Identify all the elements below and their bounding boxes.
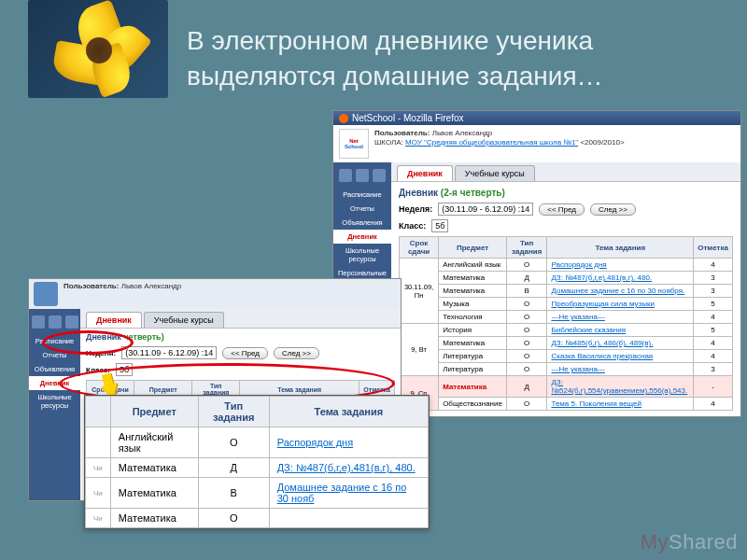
sec-sidebar-announcements[interactable]: Объявления: [29, 362, 80, 376]
table-row: ЛитератураО---Не указана---3: [400, 363, 733, 376]
diary-table: Срок сдачи Предмет Тип задания Тема зада…: [399, 236, 733, 411]
class-label: Класс:: [399, 221, 426, 231]
sidebar-item-schedule[interactable]: Расписание: [333, 188, 391, 202]
sec-prev-button[interactable]: << Пред: [222, 347, 268, 359]
sb-icon-1[interactable]: [339, 169, 352, 182]
topic-link[interactable]: Библейские сказания: [551, 326, 626, 334]
zoom-col-type: Тип задания: [198, 397, 269, 427]
watermark: MyShared: [641, 530, 738, 554]
sidebar-item-diary[interactable]: Дневник: [333, 230, 391, 244]
class-select[interactable]: 5б: [431, 219, 448, 232]
col-subject: Предмет: [439, 237, 507, 259]
sec-week-select[interactable]: (30.11.09 - 6.12.09) :14: [121, 346, 217, 359]
topic-link[interactable]: Преобразующая сила музыки: [551, 300, 654, 308]
user-name: Львов Александр: [432, 129, 493, 137]
topic-link[interactable]: ---Не указана---: [551, 313, 604, 321]
window-titlebar: NetSchool - Mozilla Firefox: [333, 111, 740, 125]
zoom-callout: Предмет Тип задания Тема задания Английс…: [84, 395, 430, 529]
zoom-topic-link[interactable]: Домашнее задание с 16 по 30 нояб: [277, 482, 407, 504]
sec-sidebar-reports[interactable]: Отчеты: [29, 348, 80, 362]
sec-sidebar-schedule[interactable]: Расписание: [29, 334, 80, 348]
sidebar-item-announcements[interactable]: Объявления: [333, 216, 391, 230]
zoom-topic-link[interactable]: ДЗ: №487(б,г,е),481(в,г), 480.: [277, 462, 416, 473]
school-link[interactable]: МОУ "Средняя общеобразовательная школа №…: [405, 138, 578, 147]
table-row: МузыкаОПреобразующая сила музыки5: [400, 298, 733, 311]
topic-link[interactable]: Распорядок дня: [551, 260, 606, 269]
topic-link[interactable]: Домашнее задание с 16 по 30 ноября.: [551, 287, 684, 295]
topic-link[interactable]: ДЗ: №485(б,г), 486(б), 489(в).: [551, 339, 653, 347]
table-row: ЛитератураОСказка Василиса прекрасная4: [400, 350, 733, 363]
col-type: Тип задания: [506, 237, 546, 259]
sidebar-item-resources[interactable]: Школьные ресурсы: [333, 244, 391, 266]
zoom-row: ЧиМатематикаО: [86, 509, 429, 528]
zoom-col-subject: Предмет: [110, 397, 198, 427]
sec-tab-diary[interactable]: Дневник: [86, 312, 142, 328]
zoom-col-blank: [86, 397, 111, 427]
table-row: 9, ВтИсторияОБиблейские сказания5: [400, 324, 733, 337]
table-row: 9, СрМатематикаДДЗ: №524(б,г),554(уравне…: [400, 376, 733, 398]
zoom-col-topic: Тема задания: [269, 397, 428, 427]
zoom-row: ЧиМатематикаВДомашнее задание с 16 по 30…: [86, 478, 429, 509]
user-info: Пользователь: Львов Александр ШКОЛА: МОУ…: [374, 129, 625, 147]
topic-link[interactable]: Тема 5. Поколения вещей: [551, 399, 641, 408]
window-title-text: NetSchool - Mozilla Firefox: [352, 113, 463, 123]
week-label: Неделя:: [399, 204, 432, 214]
sec-sidebar-resources[interactable]: Школьные ресурсы: [29, 390, 80, 413]
slide-title: В электронном дневнике ученика выделяютс…: [187, 23, 719, 94]
table-row: МатематикаДДЗ: №487(б,г,е),481(в,г), 480…: [400, 272, 733, 285]
table-row: МатематикаОДЗ: №485(б,г), 486(б), 489(в)…: [400, 337, 733, 350]
netschool-logo: Net School: [339, 129, 369, 159]
sb-icon-2[interactable]: [356, 169, 369, 182]
firefox-icon: [339, 114, 348, 123]
sec-tab-courses[interactable]: Учебные курсы: [144, 312, 224, 328]
tabs-row: Дневник Учебные курсы: [391, 162, 740, 182]
table-row: 30.11.09, ПнАнглийский языкОРаспорядок д…: [400, 259, 733, 272]
city-logo: [34, 282, 58, 306]
sb-icon-3[interactable]: [373, 169, 386, 182]
col-mark: Отметка: [694, 237, 733, 259]
zoom-row: Английский языкОРаспорядок дня: [86, 427, 429, 458]
sec-next-button[interactable]: След >>: [274, 347, 319, 359]
tab-courses[interactable]: Учебные курсы: [455, 165, 535, 181]
sidebar-item-reports[interactable]: Отчеты: [333, 202, 391, 216]
decorative-flower-image: [28, 0, 168, 98]
prev-button[interactable]: << Пред: [539, 203, 585, 216]
tab-diary[interactable]: Дневник: [397, 165, 453, 181]
zoom-row: ЧиМатематикаДДЗ: №487(б,г,е),481(в,г), 4…: [86, 458, 429, 478]
topic-link[interactable]: Сказка Василиса прекрасная: [551, 352, 653, 360]
diary-heading: Дневник (2-я четверть): [399, 188, 733, 198]
topic-link[interactable]: ---Не указана---: [551, 365, 604, 373]
col-date: Срок сдачи: [400, 237, 439, 259]
table-row: МатематикаВДомашнее задание с 16 по 30 н…: [400, 285, 733, 298]
sec-class-select[interactable]: 5б: [116, 363, 133, 376]
next-button[interactable]: След >>: [590, 203, 636, 216]
week-select[interactable]: (30.11.09 - 6.12.09) :14: [438, 203, 533, 216]
topic-link[interactable]: ДЗ: №487(б,г,е),481(в,г), 480.: [551, 273, 652, 282]
zoom-topic-link[interactable]: Распорядок дня: [277, 437, 353, 448]
col-topic: Тема задания: [547, 237, 694, 259]
app-header: Net School Пользователь: Львов Александр…: [333, 125, 740, 162]
table-row: ОбществознаниеОТема 5. Поколения вещей4: [400, 398, 733, 411]
topic-link[interactable]: ДЗ: №524(б,г),554(уравнением),556(а),543…: [551, 378, 687, 395]
table-row: ТехнологияО---Не указана---4: [400, 311, 733, 324]
sec-sidebar-diary[interactable]: Дневник: [29, 376, 80, 390]
